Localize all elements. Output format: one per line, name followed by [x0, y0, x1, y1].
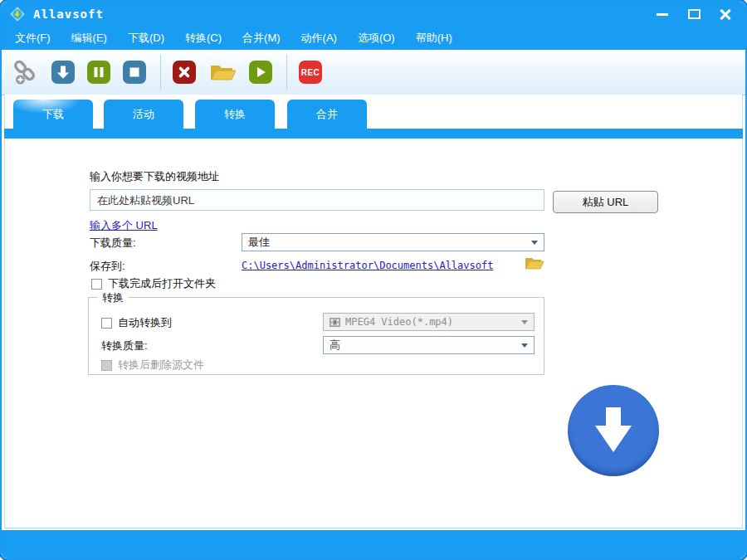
- add-url-button[interactable]: [12, 61, 39, 84]
- stop-icon: [128, 66, 141, 79]
- download-icon: [55, 64, 71, 80]
- save-path-link[interactable]: C:\Users\Administrator\Documents\Allavso…: [242, 260, 493, 271]
- open-download-folder-button[interactable]: [208, 61, 237, 84]
- multiple-urls-link[interactable]: 输入多个 URL: [90, 218, 158, 233]
- add-link-icon: [13, 60, 38, 85]
- video-format-icon: [330, 317, 340, 328]
- close-button[interactable]: [717, 6, 734, 22]
- auto-convert-label: 自动转换到: [118, 315, 172, 330]
- checkbox-box: [91, 279, 102, 290]
- menu-convert[interactable]: 转换(C): [177, 27, 230, 49]
- download-tab-panel: 输入你想要下载的视频地址 粘贴 URL 输入多个 URL 下载质量: 最佳 保存…: [4, 139, 743, 528]
- menu-edit[interactable]: 编辑(E): [63, 27, 115, 49]
- delete-source-checkbox[interactable]: 转换后删除源文件: [101, 358, 204, 373]
- delete-source-label: 转换后删除源文件: [118, 358, 204, 373]
- checkbox-box: [101, 318, 112, 329]
- tab-strip: 下载 活动 转换 合并: [4, 95, 743, 129]
- tab-convert[interactable]: 转换: [195, 100, 275, 129]
- window-title: Allavsoft: [33, 7, 104, 21]
- stop-button[interactable]: [123, 61, 146, 84]
- menu-file[interactable]: 文件(F): [7, 27, 59, 49]
- app-window: Allavsoft 文件(F) 编辑(E) 下载(D) 转换(C) 合并(M) …: [0, 0, 747, 560]
- toolbar-separator: [160, 55, 161, 90]
- download-quality-value: 最佳: [248, 235, 270, 250]
- paste-url-button-label: 粘贴 URL: [583, 195, 629, 210]
- save-to-label: 保存到:: [90, 259, 125, 274]
- play-button[interactable]: [249, 61, 272, 84]
- chevron-down-icon: [531, 241, 538, 248]
- start-download-button[interactable]: [51, 61, 75, 84]
- record-icon: REC: [301, 68, 320, 77]
- minimize-icon: [657, 13, 668, 16]
- menu-download[interactable]: 下载(D): [120, 27, 173, 49]
- menu-help[interactable]: 帮助(H): [408, 27, 461, 49]
- window-controls: [654, 2, 734, 27]
- close-icon: [720, 8, 731, 20]
- convert-format-value: MPEG4 Video(*.mp4): [345, 316, 453, 328]
- convert-quality-value: 高: [330, 338, 340, 353]
- download-quality-label: 下载质量:: [90, 236, 136, 251]
- url-entry-label: 输入你想要下载的视频地址: [90, 169, 219, 184]
- tab-activity[interactable]: 活动: [104, 100, 183, 129]
- tab-merge[interactable]: 合并: [287, 100, 367, 129]
- toolbar-separator: [286, 55, 287, 90]
- download-quality-dropdown[interactable]: 最佳: [242, 233, 544, 251]
- paste-url-button[interactable]: 粘贴 URL: [553, 191, 658, 213]
- maximize-icon: [688, 9, 701, 19]
- menu-options[interactable]: 选项(O): [349, 27, 403, 49]
- tab-strip-bar: [4, 129, 743, 139]
- play-icon: [254, 66, 267, 79]
- cancel-icon: [178, 66, 191, 79]
- open-folder-after-download-label: 下载完成后打开文件夹: [108, 276, 216, 291]
- pause-icon: [92, 66, 105, 79]
- download-arrow-icon: [583, 401, 643, 460]
- video-url-input[interactable]: [90, 189, 544, 211]
- chevron-down-icon: [521, 343, 528, 351]
- record-button[interactable]: REC: [299, 61, 322, 84]
- folder-icon: [525, 256, 544, 271]
- chevron-down-icon: [521, 320, 528, 328]
- minimize-button[interactable]: [654, 6, 671, 22]
- auto-convert-checkbox[interactable]: 自动转换到: [101, 315, 172, 330]
- open-folder-after-download-checkbox[interactable]: 下载完成后打开文件夹: [91, 276, 216, 291]
- convert-group-legend: 转换: [98, 290, 128, 305]
- cancel-button[interactable]: [173, 61, 196, 84]
- menu-action[interactable]: 动作(A): [293, 27, 345, 49]
- big-download-button[interactable]: [568, 385, 659, 476]
- checkbox-box: [101, 360, 112, 371]
- browse-folder-button[interactable]: [525, 256, 544, 275]
- maximize-button[interactable]: [686, 6, 702, 22]
- convert-format-dropdown[interactable]: MPEG4 Video(*.mp4): [323, 313, 535, 331]
- tab-download[interactable]: 下载: [13, 100, 93, 129]
- toolbar: REC: [2, 50, 745, 95]
- menu-merge[interactable]: 合并(M): [234, 27, 289, 49]
- status-bar: [2, 530, 745, 558]
- open-folder-icon: [209, 61, 236, 83]
- app-icon: [10, 7, 25, 22]
- menu-bar: 文件(F) 编辑(E) 下载(D) 转换(C) 合并(M) 动作(A) 选项(O…: [2, 27, 745, 50]
- pause-button[interactable]: [87, 61, 110, 84]
- convert-group: 转换 自动转换到 MPEG4 Video(*.mp4) 转换质量: 高: [88, 297, 544, 375]
- convert-quality-dropdown[interactable]: 高: [323, 336, 535, 354]
- title-bar: Allavsoft: [2, 2, 745, 27]
- convert-quality-label: 转换质量:: [101, 338, 148, 353]
